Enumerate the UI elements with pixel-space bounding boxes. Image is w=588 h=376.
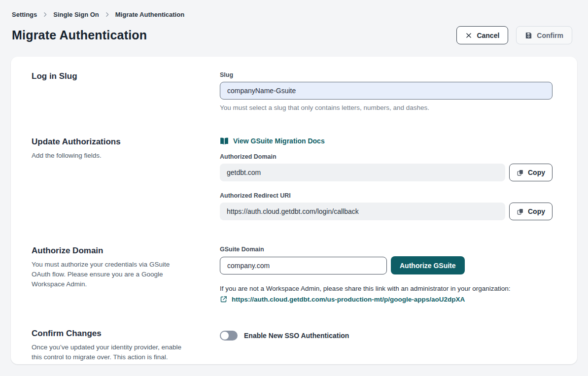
chevron-right-icon <box>104 11 110 18</box>
update-authorizations-subtitle: Add the following fields. <box>32 151 190 161</box>
slug-input[interactable] <box>220 82 553 100</box>
save-icon <box>525 32 532 39</box>
page-title: Migrate Authentication <box>12 28 147 42</box>
confirm-changes-description: Once you’ve updated your identity provid… <box>32 342 190 362</box>
copy-button-label: Copy <box>528 207 545 215</box>
section-confirm-changes: Confirm Changes Once you’ve updated your… <box>32 329 553 362</box>
workspace-admin-note: If you are not a Workspace Admin, please… <box>220 285 553 292</box>
breadcrumb: Settings Single Sign On Migrate Authenti… <box>12 11 576 18</box>
section-update-authorizations: Update Authorizations Add the following … <box>32 137 553 220</box>
confirm-button[interactable]: Confirm <box>516 26 572 44</box>
copy-authorized-domain-button[interactable]: Copy <box>509 164 553 181</box>
gsuite-domain-label: GSuite Domain <box>220 246 553 253</box>
copy-redirect-uri-button[interactable]: Copy <box>509 203 553 220</box>
authorized-redirect-uri-field[interactable]: https://auth.cloud.getdbt.com/login/call… <box>220 203 505 220</box>
enable-sso-toggle[interactable] <box>220 331 238 341</box>
breadcrumb-settings[interactable]: Settings <box>12 11 37 18</box>
gsuite-migration-docs-link-label: View GSuite Migration Docs <box>233 137 325 145</box>
header-actions: Cancel Confirm <box>456 26 576 44</box>
chevron-right-icon <box>42 11 48 18</box>
section-login-slug: Log in Slug Slug You must select a slug … <box>32 71 553 111</box>
slug-helper-text: You must select a slug that only contain… <box>220 104 553 111</box>
gsuite-migration-docs-link[interactable]: View GSuite Migration Docs <box>220 137 325 145</box>
copy-icon <box>517 208 524 215</box>
cancel-button[interactable]: Cancel <box>456 26 508 44</box>
login-slug-heading: Log in Slug <box>32 71 190 81</box>
settings-card: Log in Slug Slug You must select a slug … <box>11 57 577 364</box>
close-icon <box>465 32 472 39</box>
gsuite-domain-input[interactable] <box>220 257 387 274</box>
breadcrumb-migrate-authentication: Migrate Authentication <box>115 11 184 18</box>
authorized-redirect-uri-label: Authorized Redirect URI <box>220 192 553 199</box>
page-header: Settings Single Sign On Migrate Authenti… <box>0 0 588 44</box>
cancel-button-label: Cancel <box>477 32 499 39</box>
update-authorizations-heading: Update Authorizations <box>32 137 190 147</box>
toggle-knob <box>221 332 229 340</box>
open-book-icon <box>220 137 229 145</box>
authorize-gsuite-button[interactable]: Authorize GSuite <box>391 256 465 274</box>
confirm-changes-heading: Confirm Changes <box>32 329 190 339</box>
breadcrumb-single-sign-on[interactable]: Single Sign On <box>53 11 99 18</box>
authorized-domain-label: Authorized Domain <box>220 153 553 160</box>
authorize-domain-heading: Authorize Domain <box>32 246 190 256</box>
copy-icon <box>517 169 524 176</box>
copy-button-label: Copy <box>528 169 545 176</box>
confirm-button-label: Confirm <box>537 32 563 39</box>
authorize-domain-description: You must authorize your credentials via … <box>32 260 190 289</box>
authorized-domain-field[interactable]: getdbt.com <box>220 164 505 181</box>
slug-field-label: Slug <box>220 71 553 78</box>
enable-sso-toggle-label: Enable New SSO Authentication <box>244 332 349 340</box>
section-authorize-domain: Authorize Domain You must authorize your… <box>32 246 553 303</box>
external-link-icon <box>220 296 227 303</box>
admin-share-link[interactable]: https://auth.cloud.getdbt.com/us-product… <box>232 296 465 303</box>
